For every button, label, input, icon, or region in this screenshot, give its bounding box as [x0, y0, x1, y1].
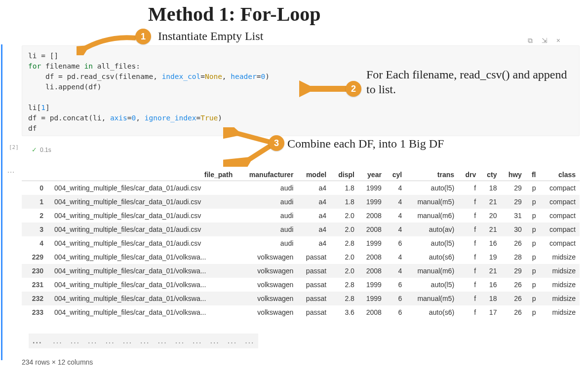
column-header: class [540, 168, 580, 181]
annotation-note-1: Instantiate Empty List [158, 29, 263, 43]
table-row: 2004_writing_multiple_files/car_data_01/… [22, 209, 580, 223]
execution-timing: ✓0.1s [32, 146, 51, 153]
gutter-ellipsis-icon[interactable]: … [7, 166, 16, 175]
annotation-note-3: Combine each DF, into 1 Big DF [287, 136, 444, 151]
close-icon[interactable]: × [556, 37, 560, 45]
column-header: model [297, 168, 330, 181]
table-row: 1004_writing_multiple_files/car_data_01/… [22, 195, 580, 209]
ellipsis-row: ....................................... [29, 334, 258, 348]
column-header: displ [330, 168, 358, 181]
table-row: 230004_writing_multiple_files/car_data_0… [22, 264, 580, 278]
copy-icon[interactable]: ⧉ [528, 37, 533, 45]
arrow-annotation-2 [299, 79, 349, 99]
column-header: year [358, 168, 386, 181]
column-header: hwy [501, 168, 525, 181]
annotation-badge-2: 2 [346, 81, 361, 97]
execution-count: [2] [9, 144, 19, 150]
active-cell-indicator [1, 44, 2, 360]
annotation-badge-1: 1 [135, 29, 151, 44]
annotation-note-2: For Each filename, read_csv() and append… [366, 67, 574, 97]
arrow-annotation-1 [77, 31, 141, 55]
column-header: cty [480, 168, 501, 181]
table-row: 232004_writing_multiple_files/car_data_0… [22, 292, 580, 305]
dataframe-output: file_pathmanufacturermodeldisplyearcyltr… [22, 168, 580, 319]
column-header: cyl [386, 168, 406, 181]
annotation-badge-3: 3 [269, 135, 284, 151]
column-header: drv [458, 168, 480, 181]
table-row: 3004_writing_multiple_files/car_data_01/… [22, 223, 580, 236]
column-header: fl [526, 168, 540, 181]
cell-toolbar: ⧉ ⇲ × [528, 37, 560, 45]
dataframe-summary: 234 rows × 12 columns [22, 358, 93, 366]
table-row: 233004_writing_multiple_files/car_data_0… [22, 305, 580, 319]
column-header: trans [406, 168, 458, 181]
table-row: 4004_writing_multiple_files/car_data_01/… [22, 236, 580, 250]
page-title: Method 1: For-Loop [148, 2, 321, 26]
dataframe-table: file_pathmanufacturermodeldisplyearcyltr… [22, 168, 580, 319]
table-row: 231004_writing_multiple_files/car_data_0… [22, 278, 580, 292]
split-cell-icon[interactable]: ⇲ [542, 37, 548, 45]
table-row: 0004_writing_multiple_files/car_data_01/… [22, 181, 580, 195]
table-row: 229004_writing_multiple_files/car_data_0… [22, 250, 580, 264]
column-header: file_path [50, 168, 236, 181]
table-header-row: file_pathmanufacturermodeldisplyearcyltr… [22, 168, 580, 181]
success-check-icon: ✓ [32, 146, 37, 153]
column-header: manufacturer [236, 168, 297, 181]
